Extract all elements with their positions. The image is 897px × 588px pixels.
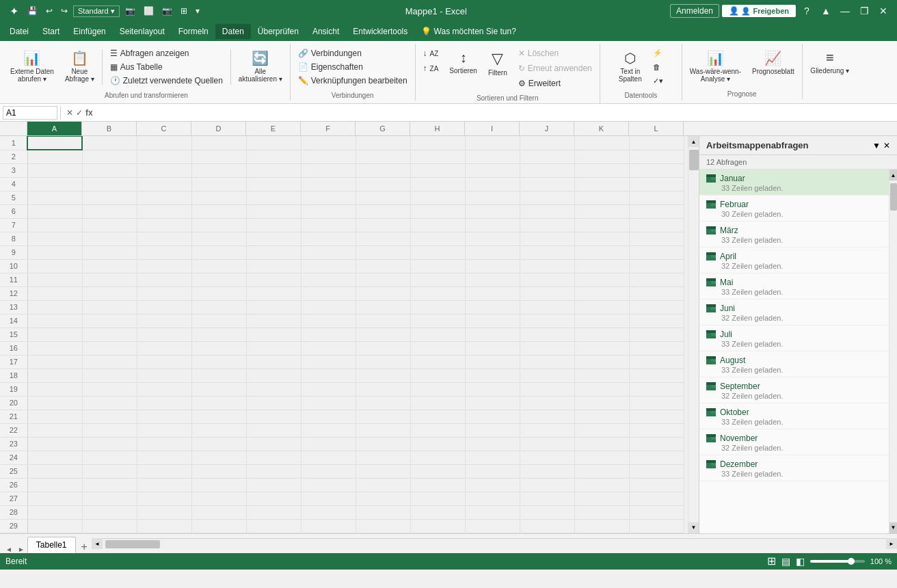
cell-D18[interactable] (191, 369, 246, 382)
cell-C11[interactable] (137, 273, 191, 286)
cell-F8[interactable] (301, 232, 356, 245)
cell-J12[interactable] (520, 286, 574, 300)
cell-I21[interactable] (465, 410, 520, 423)
cell-A19[interactable] (27, 382, 82, 396)
cell-H7[interactable] (410, 218, 465, 232)
cell-C16[interactable] (137, 341, 191, 355)
cell-A15[interactable] (27, 328, 82, 341)
cell-F21[interactable] (301, 410, 356, 423)
cell-I3[interactable] (465, 163, 520, 177)
formula-cancel-btn[interactable]: ✕ (66, 108, 73, 118)
query-item-august[interactable]: August33 Zeilen geladen. (699, 351, 889, 377)
cell-D25[interactable] (191, 464, 246, 478)
cell-F16[interactable] (301, 341, 356, 355)
cell-K10[interactable] (574, 259, 629, 273)
cell-E24[interactable] (246, 451, 301, 464)
cell-G25[interactable] (356, 464, 410, 478)
cell-D13[interactable] (191, 300, 246, 314)
cell-B2[interactable] (82, 150, 137, 163)
cell-J8[interactable] (520, 232, 574, 245)
cell-D16[interactable] (191, 341, 246, 355)
sort-az-button[interactable]: ↓AZ (418, 46, 444, 60)
cell-D4[interactable] (191, 177, 246, 191)
cell-H24[interactable] (410, 451, 465, 464)
formula-confirm-btn[interactable]: ✓ (76, 108, 83, 118)
zoom-slider-thumb[interactable] (848, 558, 855, 565)
cell-E18[interactable] (246, 369, 301, 382)
sheet-tab-tabelle1[interactable]: Tabelle1 (27, 537, 76, 553)
sort-za-button[interactable]: ↑ZA (418, 62, 444, 75)
cell-C15[interactable] (137, 328, 191, 341)
query-item-september[interactable]: September32 Zeilen geladen. (699, 377, 889, 403)
minimize-btn[interactable]: — (837, 3, 853, 19)
cell-H16[interactable] (410, 341, 465, 355)
menu-daten[interactable]: Daten (215, 24, 251, 39)
cell-K28[interactable] (574, 505, 629, 519)
zoom-slider[interactable] (810, 560, 865, 563)
cell-F28[interactable] (301, 505, 356, 519)
cell-B16[interactable] (82, 341, 137, 355)
cell-G22[interactable] (356, 423, 410, 437)
cell-C2[interactable] (137, 150, 191, 163)
col-header-G[interactable]: G (356, 122, 410, 135)
cell-H3[interactable] (410, 163, 465, 177)
row-header-3[interactable]: 3 (0, 163, 27, 177)
query-item-juli[interactable]: Juli33 Zeilen geladen. (699, 325, 889, 351)
cell-J14[interactable] (520, 314, 574, 328)
grid-vertical-scrollbar[interactable]: ▲ ▼ (688, 136, 699, 533)
cell-K26[interactable] (574, 478, 629, 492)
erneut-anwenden-button[interactable]: ↻Erneut anwenden (513, 62, 597, 75)
menu-help[interactable]: 💡 Was möchten Sie tun? (414, 24, 523, 39)
cell-I20[interactable] (465, 396, 520, 410)
cell-H20[interactable] (410, 396, 465, 410)
cell-J24[interactable] (520, 451, 574, 464)
neue-abfrage-button[interactable]: 📋 NeueAbfrage ▾ (60, 46, 99, 86)
status-icon1[interactable]: ⊞ (767, 554, 776, 567)
cell-B3[interactable] (82, 163, 137, 177)
row-header-1[interactable]: 1 (0, 136, 27, 150)
cell-K12[interactable] (574, 286, 629, 300)
cell-E16[interactable] (246, 341, 301, 355)
cell-I28[interactable] (465, 505, 520, 519)
qat-dropdown[interactable]: ▾ (193, 5, 202, 17)
cell-L4[interactable] (629, 177, 684, 191)
cell-D24[interactable] (191, 451, 246, 464)
cell-I4[interactable] (465, 177, 520, 191)
cell-E25[interactable] (246, 464, 301, 478)
cell-L15[interactable] (629, 328, 684, 341)
cell-J6[interactable] (520, 204, 574, 218)
cell-A4[interactable] (27, 177, 82, 191)
cell-C29[interactable] (137, 519, 191, 533)
cell-B25[interactable] (82, 464, 137, 478)
sortieren-button[interactable]: ↕ Sortieren (444, 46, 482, 78)
cell-C5[interactable] (137, 191, 191, 204)
cell-E26[interactable] (246, 478, 301, 492)
row-header-15[interactable]: 15 (0, 328, 27, 341)
cell-G17[interactable] (356, 355, 410, 369)
cell-G29[interactable] (356, 519, 410, 533)
eigenschaften-button[interactable]: 📄 Eigenschaften (293, 60, 412, 74)
cell-B10[interactable] (82, 259, 137, 273)
cell-J29[interactable] (520, 519, 574, 533)
cell-B22[interactable] (82, 423, 137, 437)
cell-G13[interactable] (356, 300, 410, 314)
cell-E5[interactable] (246, 191, 301, 204)
cell-E23[interactable] (246, 437, 301, 451)
cell-H5[interactable] (410, 191, 465, 204)
cell-L16[interactable] (629, 341, 684, 355)
cell-G6[interactable] (356, 204, 410, 218)
cell-E4[interactable] (246, 177, 301, 191)
cell-E12[interactable] (246, 286, 301, 300)
row-header-16[interactable]: 16 (0, 341, 27, 355)
cell-H11[interactable] (410, 273, 465, 286)
cell-L18[interactable] (629, 369, 684, 382)
cell-G20[interactable] (356, 396, 410, 410)
row-header-24[interactable]: 24 (0, 451, 27, 464)
row-header-11[interactable]: 11 (0, 273, 27, 286)
cell-H15[interactable] (410, 328, 465, 341)
cell-I10[interactable] (465, 259, 520, 273)
row-header-8[interactable]: 8 (0, 232, 27, 245)
cell-B6[interactable] (82, 204, 137, 218)
cell-J25[interactable] (520, 464, 574, 478)
cell-D28[interactable] (191, 505, 246, 519)
